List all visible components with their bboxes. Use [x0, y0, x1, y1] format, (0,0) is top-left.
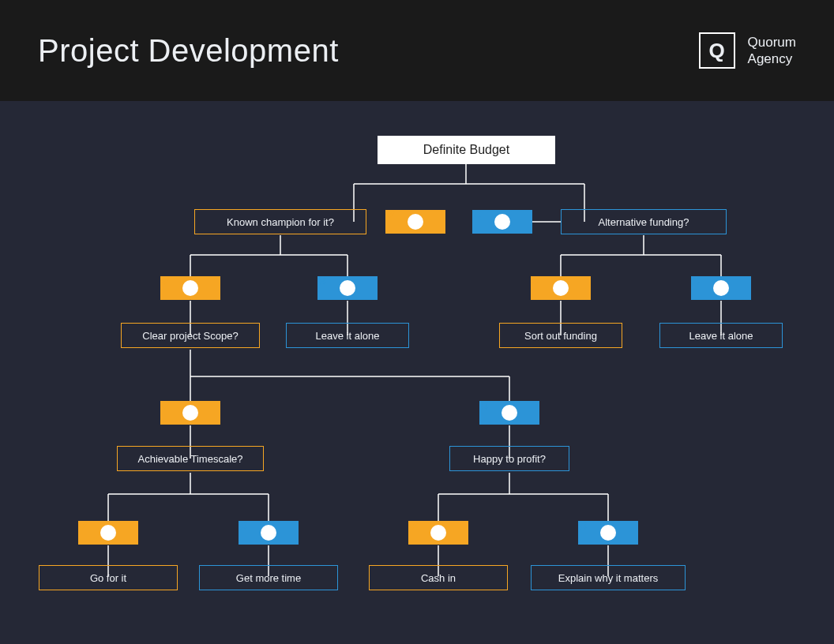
no-chip — [578, 521, 638, 545]
yes-chip — [385, 210, 445, 234]
brand-line2: Agency — [748, 51, 796, 67]
page: Project Development Q Quorum Agency — [0, 0, 834, 644]
check-icon — [182, 280, 198, 296]
no-chip — [317, 276, 378, 300]
check-icon — [182, 405, 198, 421]
leaf-go-for-it: Go for it — [39, 565, 178, 590]
question-scope: Clear project Scope? — [121, 323, 260, 348]
connectors — [0, 101, 834, 644]
flowchart: Definite Budget Known champion for it? A… — [0, 101, 834, 644]
brand-glyph: Q — [699, 32, 735, 69]
check-icon — [100, 525, 116, 541]
brand: Q Quorum Agency — [699, 32, 796, 69]
leaf-more-time: Get more time — [199, 565, 338, 590]
check-icon — [408, 214, 423, 230]
leaf-explain: Explain why it matters — [531, 565, 686, 590]
question-champion: Known champion for it? — [194, 209, 366, 234]
check-icon — [430, 525, 446, 541]
check-icon — [553, 280, 569, 296]
yes-chip — [160, 276, 220, 300]
yes-chip — [408, 521, 468, 545]
no-chip — [479, 401, 539, 425]
root-node: Definite Budget — [378, 136, 555, 164]
leaf-leave-it-2: Leave it alone — [659, 323, 783, 348]
header: Project Development Q Quorum Agency — [0, 0, 834, 101]
brand-line1: Quorum — [748, 34, 796, 51]
page-title: Project Development — [38, 33, 339, 69]
cross-icon — [502, 405, 517, 421]
yes-chip — [160, 401, 220, 425]
cross-icon — [261, 525, 276, 541]
no-chip — [239, 521, 299, 545]
question-alt-funding: Alternative funding? — [561, 209, 727, 234]
cross-icon — [494, 214, 510, 230]
cross-icon — [340, 280, 355, 296]
leaf-leave-it-1: Leave it alone — [286, 323, 409, 348]
yes-chip — [531, 276, 591, 300]
no-chip — [691, 276, 751, 300]
cross-icon — [713, 280, 729, 296]
question-profit: Happy to profit? — [449, 446, 569, 471]
question-timescale: Achievable Timescale? — [117, 446, 264, 471]
yes-chip — [78, 521, 138, 545]
brand-name: Quorum Agency — [748, 34, 796, 68]
leaf-cash-in: Cash in — [369, 565, 508, 590]
no-chip — [472, 210, 532, 234]
cross-icon — [600, 525, 616, 541]
leaf-sort-funding: Sort out funding — [499, 323, 622, 348]
